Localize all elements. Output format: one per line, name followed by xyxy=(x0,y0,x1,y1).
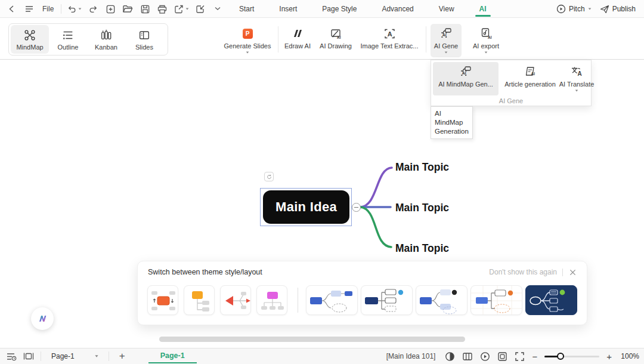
add-page-button[interactable]: + xyxy=(116,350,129,362)
divider xyxy=(61,4,61,14)
slideshow-view-icon[interactable] xyxy=(23,352,34,360)
presentation-play-icon[interactable] xyxy=(480,351,490,362)
layout-thumbnail-curve-black-dot[interactable] xyxy=(416,285,467,315)
divider xyxy=(562,269,563,276)
view-mode-mindmap[interactable]: MindMap xyxy=(11,25,49,54)
back-icon[interactable] xyxy=(6,2,18,16)
save-button[interactable] xyxy=(139,2,151,16)
dropdown-item-ai-translate[interactable]: A AI Translate xyxy=(563,62,590,95)
outline-icon xyxy=(61,29,75,42)
ai-translate-caret[interactable] xyxy=(575,90,578,92)
theme-thumbnail-fishbone-red[interactable] xyxy=(220,285,251,315)
menu-tab-start[interactable]: Start xyxy=(227,0,267,18)
menu-tab-view[interactable]: View xyxy=(426,0,467,18)
menu-tab-page-style[interactable]: Page Style xyxy=(309,0,369,18)
print-button[interactable] xyxy=(156,2,168,16)
svg-text:AI: AI xyxy=(531,72,535,76)
ai-drawing-icon: AI xyxy=(329,27,342,40)
dropdown-item-article-generation[interactable]: AI Article generation xyxy=(499,62,562,95)
edrawmind-app: File xyxy=(0,0,644,364)
ai-gene-button[interactable]: AI AI Gene xyxy=(431,24,462,57)
divider xyxy=(109,351,109,361)
edraw-ai-button[interactable]: Edraw AI xyxy=(280,24,315,57)
image-text-extract-button[interactable]: A Image Text Extrac... xyxy=(357,24,422,57)
tool-label: AI export xyxy=(473,42,499,50)
zoom-slider[interactable] xyxy=(544,352,599,360)
ai-gene-icon: AI xyxy=(439,27,453,40)
theme-thumbnail-mindmap-orange[interactable] xyxy=(147,285,178,315)
ai-export-icon: AI xyxy=(479,27,493,40)
tool-label: Edraw AI xyxy=(284,42,311,50)
menu-tab-insert[interactable]: Insert xyxy=(267,0,309,18)
layout-thumbnail-mindmap-right[interactable] xyxy=(306,285,358,315)
edrawmind-ai-assistant-button[interactable] xyxy=(31,307,54,330)
publish-button[interactable]: Publish xyxy=(597,5,638,14)
ai-gene-caret[interactable] xyxy=(445,52,448,54)
refresh-icon xyxy=(267,174,272,180)
undo-dropdown-caret[interactable] xyxy=(79,8,82,10)
main-idea-node[interactable]: Main Idea xyxy=(263,190,349,224)
layout-thumbnail-selected[interactable] xyxy=(525,285,577,315)
outline-overview-icon[interactable] xyxy=(6,352,17,361)
dont-show-again-link[interactable]: Don't show this again xyxy=(489,268,557,276)
tool-label: AI Drawing xyxy=(320,42,352,50)
pitch-label: Pitch xyxy=(569,5,585,13)
ai-drawing-button[interactable]: AI AI Drawing xyxy=(316,24,355,57)
fullscreen-icon[interactable] xyxy=(515,351,525,362)
edrawmind-logo-icon xyxy=(36,313,48,325)
dropdown-item-ai-mindmap-generation[interactable]: AI AI MindMap Gen... xyxy=(433,62,499,95)
fit-to-window-icon[interactable] xyxy=(497,351,507,362)
hamburger-menu-icon[interactable] xyxy=(23,2,35,16)
main-topic-node[interactable]: Main Topic xyxy=(395,161,449,174)
ai-translate-icon: A xyxy=(570,65,583,78)
export-button[interactable] xyxy=(174,2,189,16)
ai-export-button[interactable]: AI AI export xyxy=(469,24,503,57)
collapse-branch-handle[interactable] xyxy=(352,203,361,212)
text-extract-icon: A xyxy=(383,27,396,40)
multi-page-view-icon[interactable] xyxy=(462,352,473,361)
close-icon[interactable] xyxy=(568,267,577,277)
collapse-toolbar-icon[interactable] xyxy=(212,2,224,16)
node-rotate-handle[interactable] xyxy=(264,172,274,181)
divider xyxy=(426,26,426,53)
task-pie-icon[interactable] xyxy=(445,351,455,362)
page-tab-active[interactable]: Page-1 xyxy=(148,348,197,364)
zoom-out-button[interactable]: − xyxy=(532,351,537,362)
main-topic-node[interactable]: Main Topic xyxy=(395,242,449,255)
tool-label: AI Gene xyxy=(434,42,458,50)
play-circle-icon xyxy=(556,4,566,14)
file-menu[interactable]: File xyxy=(41,2,55,16)
page-selector-value: Page-1 xyxy=(51,352,75,360)
page-selector-dropdown[interactable]: Page-1 xyxy=(48,352,102,360)
divider xyxy=(41,351,41,361)
theme-thumbnail-tree-amber[interactable] xyxy=(184,285,215,315)
menu-tab-ai[interactable]: AI xyxy=(467,0,499,18)
layout-thumbnail-grid-orange-dot[interactable] xyxy=(470,285,522,315)
ai-export-caret[interactable] xyxy=(485,52,488,54)
import-button[interactable] xyxy=(194,2,206,16)
new-document-button[interactable] xyxy=(104,2,116,16)
view-mode-outline[interactable]: Outline xyxy=(49,25,87,54)
generate-slides-button[interactable]: P Generate Slides xyxy=(219,24,275,57)
generate-slides-caret[interactable] xyxy=(246,52,249,54)
view-mode-label: Kanban xyxy=(95,44,117,51)
layout-thumbnail-bracket-tree[interactable] xyxy=(361,285,413,315)
view-mode-kanban[interactable]: Kanban xyxy=(87,25,125,54)
view-mode-slides[interactable]: Slides xyxy=(125,25,163,54)
redo-button[interactable] xyxy=(87,2,99,16)
undo-button[interactable] xyxy=(67,2,82,16)
theme-thumbnail-orgchart-magenta[interactable] xyxy=(256,285,287,315)
pitch-dropdown-caret xyxy=(588,8,591,10)
pitch-button[interactable]: Pitch xyxy=(554,4,594,14)
slides-icon xyxy=(138,29,151,42)
main-topic-node[interactable]: Main Topic xyxy=(395,202,449,214)
ai-gene-dropdown-panel: AI AI MindMap Gen... AI Article generati… xyxy=(431,60,592,106)
open-folder-button[interactable] xyxy=(122,2,134,16)
zoom-slider-knob[interactable] xyxy=(557,353,564,360)
kanban-icon xyxy=(100,29,113,42)
horizontal-scrollbar[interactable] xyxy=(159,337,465,342)
zoom-in-button[interactable]: + xyxy=(606,351,612,362)
menu-tab-advanced[interactable]: Advanced xyxy=(369,0,426,18)
export-dropdown-caret[interactable] xyxy=(186,8,189,10)
view-mode-label: MindMap xyxy=(16,44,43,51)
